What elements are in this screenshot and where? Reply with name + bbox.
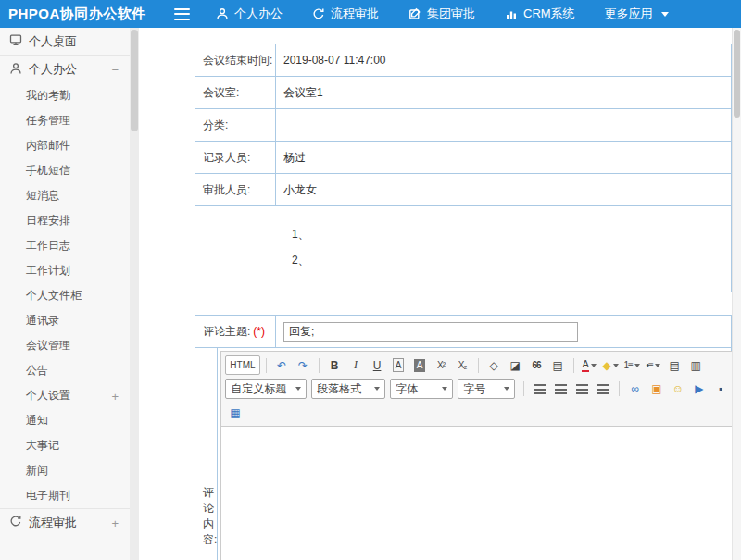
sidebar-item-workflow-approval[interactable]: 流程审批 + (0, 508, 130, 536)
sidebar-item-notice[interactable]: 通知 (0, 408, 130, 433)
highlight-icon[interactable]: A (410, 355, 430, 375)
superscript-icon[interactable]: X² (432, 355, 451, 375)
sidebar-item-personal-settings[interactable]: 个人设置 + (0, 383, 130, 408)
chevron-down-icon (634, 364, 640, 367)
sidebar-item-sms[interactable]: 手机短信 (0, 158, 130, 183)
expand-icon[interactable]: + (111, 516, 119, 529)
toolbar-separator (523, 381, 524, 396)
link-icon[interactable]: ∞ (625, 380, 645, 399)
chevron-down-icon (591, 364, 597, 367)
field-label: 会议室: (195, 77, 276, 108)
sidebar-item-label: 内部邮件 (26, 139, 70, 152)
print-icon[interactable]: ▥ (686, 355, 706, 375)
sidebar-item-work-log[interactable]: 工作日志 (0, 233, 130, 258)
expand-icon[interactable]: + (111, 383, 119, 408)
table-row: 分类: (195, 109, 731, 142)
align-center-icon[interactable] (551, 380, 571, 399)
table-row: 审批人员: 小龙女 (195, 174, 731, 206)
paragraph-format-dropdown[interactable]: 段落格式 (311, 379, 385, 399)
paste-icon[interactable]: ▤ (548, 355, 568, 375)
redo-icon[interactable]: ↷ (294, 355, 313, 375)
align-justify-icon[interactable] (594, 380, 613, 399)
comment-subject-label: 评论主题: (203, 324, 250, 340)
font-family-dropdown[interactable]: 字体 (390, 379, 453, 399)
background-color-icon[interactable]: ◆ (601, 355, 621, 375)
sidebar-item-label: 工作计划 (26, 264, 70, 277)
field-value: 杨过 (276, 142, 731, 173)
sidebar-item-label: 会议管理 (26, 339, 70, 352)
sidebar-item-desktop[interactable]: 个人桌面 (0, 28, 130, 56)
hamburger-menu-icon[interactable] (174, 8, 190, 20)
comment-subject-input[interactable] (283, 322, 578, 342)
editor-toolbar: HTML ↶ ↷ B I U A A X² (221, 352, 734, 427)
sidebar-item-label: 电子期刊 (26, 489, 70, 502)
nav-crm-system[interactable]: CRM系统 (505, 6, 575, 22)
ordered-list-icon[interactable]: 1≡ (622, 355, 642, 375)
sidebar-item-e-journal[interactable]: 电子期刊 (0, 483, 130, 508)
main-scrollbar-thumb[interactable] (734, 30, 740, 118)
sidebar-item-attendance[interactable]: 我的考勤 (0, 83, 130, 108)
sidebar-item-meeting-mgmt[interactable]: 会议管理 (0, 333, 130, 358)
sidebar-item-label: 新闻 (26, 464, 48, 477)
comment-table: 评论主题: (*) 评论内容: HTML ↶ (195, 315, 732, 560)
font-color-icon[interactable]: A (580, 355, 599, 375)
nav-label: 个人办公 (234, 6, 283, 22)
subscript-icon[interactable]: X₂ (453, 355, 472, 375)
toolbar-separator (266, 358, 267, 373)
bold-icon[interactable]: B (325, 355, 345, 375)
format-painter-icon[interactable]: ◪ (506, 355, 525, 375)
insert-image-icon[interactable]: ▣ (647, 380, 666, 399)
sidebar-item-file-cabinet[interactable]: 个人文件柜 (0, 283, 130, 308)
sidebar-item-events[interactable]: 大事记 (0, 433, 130, 458)
collapse-icon[interactable]: − (111, 63, 119, 77)
sidebar-scrollbar-thumb[interactable] (131, 30, 138, 131)
sidebar-item-personal-office[interactable]: 个人办公 − (0, 56, 130, 83)
sidebar-item-label: 任务管理 (26, 114, 70, 127)
sidebar-item-schedule[interactable]: 日程安排 (0, 208, 130, 233)
nav-more-apps[interactable]: 更多应用 (605, 6, 669, 22)
app-logo[interactable]: PHPOA协同办公软件 (0, 6, 174, 23)
insert-table-icon[interactable]: ▦ (225, 403, 245, 422)
insert-file-icon[interactable]: ▪ (710, 380, 730, 399)
sidebar-item-announcement[interactable]: 公告 (0, 358, 130, 383)
nav-label: 流程审批 (331, 6, 379, 22)
edit-icon (408, 7, 421, 20)
align-left-icon[interactable] (530, 380, 549, 399)
unordered-list-icon[interactable]: •≡ (644, 355, 663, 375)
editor-content-area[interactable] (221, 427, 734, 560)
sidebar-item-contacts[interactable]: 通讯录 (0, 308, 130, 333)
sidebar-item-label: 流程审批 (29, 515, 77, 531)
chevron-down-icon (295, 387, 301, 391)
sidebar-item-label: 手机短信 (26, 164, 70, 177)
undo-icon[interactable]: ↶ (272, 355, 292, 375)
blockquote-icon[interactable]: 66 (527, 355, 546, 375)
nav-workflow-approval[interactable]: 流程审批 (312, 6, 379, 22)
sidebar-item-tasks[interactable]: 任务管理 (0, 108, 130, 133)
sidebar-item-news[interactable]: 新闻 (0, 458, 130, 483)
underline-icon[interactable]: U (368, 355, 387, 375)
remove-format-icon[interactable]: ◇ (484, 355, 504, 375)
sidebar-scrollbar[interactable] (130, 28, 139, 560)
chevron-down-icon (613, 364, 619, 367)
font-frame-icon[interactable]: A (389, 355, 408, 375)
rich-text-editor: HTML ↶ ↷ B I U A A X² (220, 351, 735, 560)
font-size-dropdown[interactable]: 字号 (458, 379, 515, 399)
main-scrollbar[interactable] (732, 28, 741, 560)
italic-icon[interactable]: I (346, 355, 366, 375)
page-break-icon[interactable]: ▤ (665, 355, 684, 375)
insert-media-icon[interactable]: ▶ (689, 380, 709, 399)
nav-personal-office[interactable]: 个人办公 (216, 6, 283, 22)
sidebar-item-short-message[interactable]: 短消息 (0, 183, 130, 208)
sidebar-item-work-plan[interactable]: 工作计划 (0, 258, 130, 283)
align-right-icon[interactable] (572, 380, 592, 399)
heading-style-dropdown[interactable]: 自定义标题 (225, 379, 307, 399)
table-row: 会议室: 会议室1 (195, 77, 731, 109)
sidebar-item-internal-mail[interactable]: 内部邮件 (0, 133, 130, 158)
desktop-icon (9, 33, 22, 49)
source-code-button[interactable]: HTML (225, 355, 259, 375)
meeting-content-cell: 1、 2、 (195, 206, 731, 292)
emoticon-icon[interactable]: ☺ (668, 380, 687, 399)
nav-group-approval[interactable]: 集团审批 (408, 6, 475, 22)
top-navigation: 个人办公 流程审批 集团审批 CRM系统 (216, 6, 669, 22)
toolbar-separator (619, 381, 620, 396)
